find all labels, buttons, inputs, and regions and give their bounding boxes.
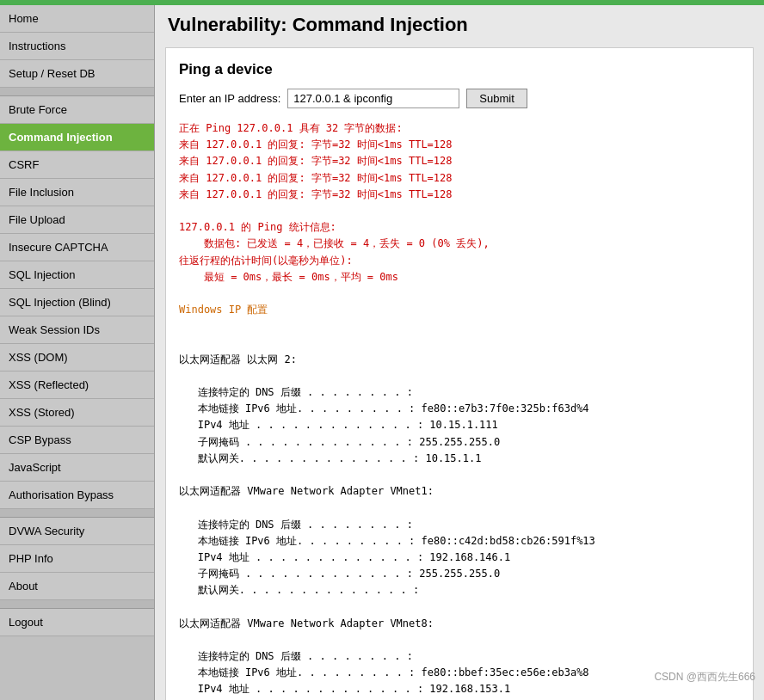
output-line: 127.0.0.1 的 Ping 统计信息: <box>179 221 336 233</box>
sidebar-item-csp-bypass[interactable]: CSP Bypass <box>0 427 154 454</box>
sidebar-gap <box>0 88 154 96</box>
sidebar-item-javascript[interactable]: JavaScript <box>0 454 154 482</box>
sidebar-item-insecure-captcha[interactable]: Insecure CAPTCHA <box>0 234 154 261</box>
sidebar-item-file-inclusion[interactable]: File Inclusion <box>0 179 154 206</box>
input-row: Enter an IP address: Submit <box>179 89 740 108</box>
sidebar-item-file-upload[interactable]: File Upload <box>0 206 154 234</box>
output-line: 默认网关. . . . . . . . . . . . . . : 10.15.… <box>179 452 481 464</box>
page-title: Vulnerability: Command Injection <box>168 14 751 36</box>
ip-input[interactable] <box>287 89 459 108</box>
sidebar-item-xss-reflected[interactable]: XSS (Reflected) <box>0 371 154 399</box>
sidebar-item-authorisation-bypass[interactable]: Authorisation Bypass <box>0 482 154 509</box>
output-line: 默认网关. . . . . . . . . . . . . . : <box>179 584 419 596</box>
watermark: CSDN @西西先生666 <box>654 670 755 685</box>
sidebar: HomeInstructionsSetup / Reset DBBrute Fo… <box>0 5 155 700</box>
sidebar-item-xss-dom[interactable]: XSS (DOM) <box>0 344 154 371</box>
submit-button[interactable]: Submit <box>466 89 527 108</box>
sidebar-item-xss-stored[interactable]: XSS (Stored) <box>0 399 154 427</box>
output-line: 连接特定的 DNS 后缀 . . . . . . . . : <box>179 386 413 398</box>
content-area: Ping a device Enter an IP address: Submi… <box>165 47 754 700</box>
output-line: 以太网适配器 VMware Network Adapter VMnet1: <box>179 485 434 497</box>
main-content: Vulnerability: Command Injection Ping a … <box>155 5 764 700</box>
output-line: 子网掩码 . . . . . . . . . . . . . : 255.255… <box>179 568 500 580</box>
sidebar-item-brute-force[interactable]: Brute Force <box>0 96 154 124</box>
sidebar-gap <box>0 509 154 518</box>
output-line: 来自 127.0.0.1 的回复: 字节=32 时间<1ms TTL=128 <box>179 155 453 167</box>
sidebar-item-command-injection[interactable]: Command Injection <box>0 124 154 151</box>
output-line: 来自 127.0.0.1 的回复: 字节=32 时间<1ms TTL=128 <box>179 188 453 200</box>
output-area: 正在 Ping 127.0.0.1 具有 32 字节的数据: 来自 127.0.… <box>179 120 740 700</box>
sidebar-item-about[interactable]: About <box>0 573 154 600</box>
sidebar-item-sql-injection[interactable]: SQL Injection <box>0 261 154 289</box>
sidebar-item-logout[interactable]: Logout <box>0 609 154 636</box>
sidebar-item-dvwa-security[interactable]: DVWA Security <box>0 518 154 545</box>
output-line: 数据包: 已发送 = 4，已接收 = 4，丢失 = 0 (0% 丢失), <box>179 237 490 249</box>
output-line: 来自 127.0.0.1 的回复: 字节=32 时间<1ms TTL=128 <box>179 172 453 184</box>
output-line: 以太网适配器 以太网 2: <box>179 353 297 365</box>
sidebar-item-instructions[interactable]: Instructions <box>0 33 154 60</box>
sidebar-item-setup-reset-db[interactable]: Setup / Reset DB <box>0 60 154 88</box>
output-line: 连接特定的 DNS 后缀 . . . . . . . . : <box>179 519 413 531</box>
output-line: 本地链接 IPv6 地址. . . . . . . . . : fe80::e7… <box>179 402 589 414</box>
output-line: IPv4 地址 . . . . . . . . . . . . . : 192.… <box>179 683 510 695</box>
output-line: 连接特定的 DNS 后缀 . . . . . . . . : <box>179 650 413 662</box>
output-line: 最短 = 0ms，最长 = 0ms，平均 = 0ms <box>179 271 398 283</box>
sidebar-gap <box>0 600 154 609</box>
sidebar-item-csrf[interactable]: CSRF <box>0 151 154 179</box>
output-line: 往返行程的估计时间(以毫秒为单位): <box>179 255 353 267</box>
output-line: 来自 127.0.0.1 的回复: 字节=32 时间<1ms TTL=128 <box>179 138 453 150</box>
sidebar-item-sql-injection-blind[interactable]: SQL Injection (Blind) <box>0 289 154 316</box>
sidebar-item-php-info[interactable]: PHP Info <box>0 545 154 573</box>
output-line: 正在 Ping 127.0.0.1 具有 32 字节的数据: <box>179 122 403 134</box>
output-line: 子网掩码 . . . . . . . . . . . . . : 255.255… <box>179 436 500 448</box>
input-label: Enter an IP address: <box>179 92 280 105</box>
output-line: 以太网适配器 VMware Network Adapter VMnet8: <box>179 617 434 629</box>
output-line: IPv4 地址 . . . . . . . . . . . . . : 192.… <box>179 551 510 563</box>
sidebar-item-home[interactable]: Home <box>0 5 154 33</box>
output-line: 本地链接 IPv6 地址. . . . . . . . . : fe80::bb… <box>179 666 589 679</box>
output-line: IPv4 地址 . . . . . . . . . . . . . : 10.1… <box>179 419 498 431</box>
page-title-bar: Vulnerability: Command Injection <box>155 5 764 43</box>
output-line: 本地链接 IPv6 地址. . . . . . . . . : fe80::c4… <box>179 535 595 547</box>
section-title: Ping a device <box>179 61 740 78</box>
output-line: Windows IP 配置 <box>179 304 268 316</box>
sidebar-item-weak-session-ids[interactable]: Weak Session IDs <box>0 316 154 344</box>
